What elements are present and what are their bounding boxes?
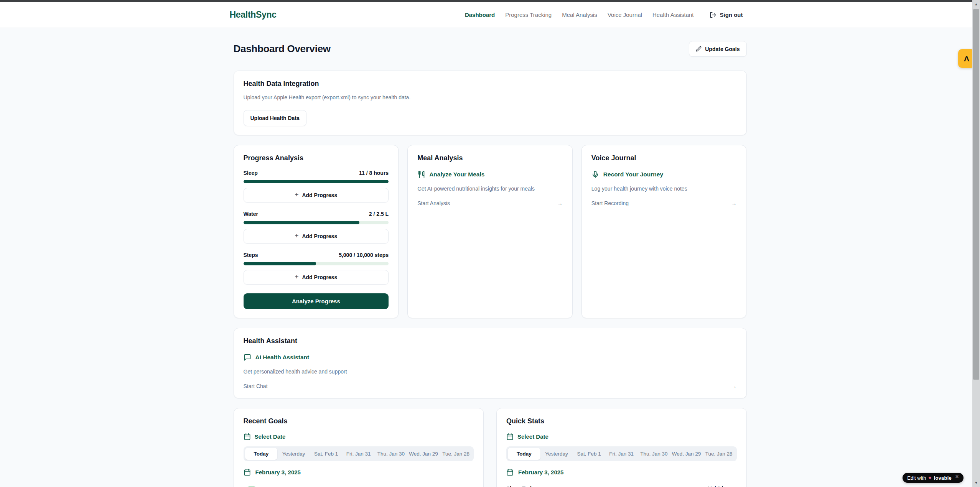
- meal-analysis-title: Meal Analysis: [417, 154, 563, 162]
- nav-item-health-assistant[interactable]: Health Assistant: [652, 12, 694, 18]
- ai-health-assistant-label: AI Health Assistant: [255, 354, 310, 361]
- date-tab-today[interactable]: Today: [508, 448, 540, 460]
- date-tab-wed-jan-29[interactable]: Wed, Jan 29: [407, 448, 440, 460]
- recent-goals-title: Recent Goals: [244, 417, 474, 425]
- date-tab-today[interactable]: Today: [245, 448, 278, 460]
- page-title: Dashboard Overview: [234, 43, 331, 55]
- nav-item-voice-journal[interactable]: Voice Journal: [608, 12, 642, 18]
- progress-value-sleep: 11 / 8 hours: [359, 170, 389, 176]
- stat-label-sleep-today: Sleep Today: [506, 485, 537, 487]
- update-goals-button[interactable]: Update Goals: [689, 41, 746, 57]
- quick-stats-current-date[interactable]: February 3, 2025: [506, 469, 737, 476]
- date-tab-tue-jan-28[interactable]: Tue, Jan 28: [440, 448, 472, 460]
- arrow-right-icon: →: [731, 383, 737, 389]
- scroll-down-arrow[interactable]: ▼: [972, 479, 980, 487]
- current-date-label: February 3, 2025: [518, 469, 563, 475]
- progress-bar-water: [244, 221, 389, 224]
- start-chat-action[interactable]: Start Chat →: [244, 383, 737, 389]
- health-assistant-title: Health Assistant: [244, 337, 737, 345]
- start-analysis-label: Start Analysis: [417, 200, 450, 206]
- progress-analysis-card: Progress Analysis Sleep 11 / 8 hours + A…: [234, 145, 399, 318]
- utensils-icon: [417, 171, 425, 178]
- goal-complete-check-icon: ✓: [244, 486, 260, 487]
- date-tab-thu-jan-30[interactable]: Thu, Jan 30: [375, 448, 407, 460]
- select-date-label: Select Date: [517, 433, 548, 440]
- sign-out-button[interactable]: Sign out: [710, 12, 743, 18]
- calendar-icon: [506, 433, 514, 440]
- plus-icon: +: [295, 232, 298, 240]
- nav-item-meal-analysis[interactable]: Meal Analysis: [562, 12, 597, 18]
- health-assistant-card: Health Assistant AI Health Assistant Get…: [234, 328, 747, 398]
- sign-out-label: Sign out: [720, 12, 743, 18]
- ai-health-assistant-link[interactable]: AI Health Assistant: [244, 354, 737, 361]
- heart-icon: ♥: [928, 475, 931, 481]
- progress-value-water: 2 / 2.5 L: [369, 211, 389, 217]
- select-date-label: Select Date: [255, 433, 286, 440]
- start-recording-label: Start Recording: [591, 200, 629, 206]
- quick-stats-card: Quick Stats Select Date Today Yesterday …: [496, 408, 747, 487]
- quick-stats-select-date[interactable]: Select Date: [506, 433, 737, 440]
- date-tab-sat-feb-1[interactable]: Sat, Feb 1: [573, 448, 605, 460]
- scroll-up-arrow[interactable]: ▲: [972, 0, 980, 8]
- add-progress-label: Add Progress: [302, 233, 337, 239]
- pencil-icon: [696, 46, 702, 52]
- date-tab-yesterday[interactable]: Yesterday: [540, 448, 573, 460]
- main-content: Dashboard Overview Update Goals Health D…: [234, 41, 747, 487]
- recent-goals-card: Recent Goals Select Date Today Yesterday…: [234, 408, 484, 487]
- vertical-scrollbar[interactable]: ▲ ▼: [972, 0, 980, 487]
- add-progress-steps-button[interactable]: + Add Progress: [244, 270, 389, 285]
- progress-label-water: Water: [244, 211, 258, 217]
- record-your-journey-label: Record Your Journey: [603, 171, 663, 178]
- start-analysis-action[interactable]: Start Analysis →: [417, 200, 563, 206]
- nav-item-progress-tracking[interactable]: Progress Tracking: [505, 12, 552, 18]
- recent-goals-current-date[interactable]: February 3, 2025: [244, 469, 474, 476]
- recent-goals-select-date[interactable]: Select Date: [244, 433, 474, 440]
- meal-analysis-card: Meal Analysis Analyze Your Meals Get AI-…: [407, 145, 573, 318]
- start-recording-action[interactable]: Start Recording →: [591, 200, 737, 206]
- progress-bar-steps: [244, 262, 389, 265]
- add-progress-sleep-button[interactable]: + Add Progress: [244, 188, 389, 202]
- integration-description: Upload your Apple Health export (export.…: [244, 94, 737, 101]
- date-tab-tue-jan-28[interactable]: Tue, Jan 28: [703, 448, 735, 460]
- upload-health-data-button[interactable]: Upload Health Data: [244, 110, 306, 126]
- progress-bar-sleep: [244, 180, 389, 183]
- calendar-icon: [244, 433, 251, 440]
- microphone-icon: [591, 171, 599, 178]
- date-tab-thu-jan-30[interactable]: Thu, Jan 30: [638, 448, 670, 460]
- calendar-icon: [506, 469, 514, 476]
- app-logo[interactable]: HealthSync: [230, 10, 277, 20]
- analyze-progress-button[interactable]: Analyze Progress: [244, 293, 389, 309]
- date-tab-wed-jan-29[interactable]: Wed, Jan 29: [670, 448, 703, 460]
- current-date-label: February 3, 2025: [255, 469, 301, 475]
- assistant-description: Get personalized health advice and suppo…: [244, 368, 737, 375]
- update-goals-label: Update Goals: [705, 46, 740, 52]
- recent-goals-date-tabs: Today Yesterday Sat, Feb 1 Fri, Jan 31 T…: [244, 446, 474, 461]
- close-icon[interactable]: ✕: [955, 474, 959, 479]
- analyze-your-meals-label: Analyze Your Meals: [429, 171, 484, 178]
- edit-with-lovable-badge[interactable]: Edit with ♥ lovable ✕: [903, 473, 964, 483]
- integration-title: Health Data Integration: [244, 80, 737, 88]
- date-tab-fri-jan-31[interactable]: Fri, Jan 31: [605, 448, 638, 460]
- plus-icon: +: [295, 191, 298, 199]
- analyze-your-meals-link[interactable]: Analyze Your Meals: [417, 171, 563, 178]
- record-your-journey-link[interactable]: Record Your Journey: [591, 171, 737, 178]
- voice-journal-title: Voice Journal: [591, 154, 737, 162]
- date-tab-sat-feb-1[interactable]: Sat, Feb 1: [310, 448, 343, 460]
- add-progress-label: Add Progress: [302, 274, 337, 280]
- arrow-right-icon: →: [731, 200, 736, 206]
- lovable-prefix: Edit with: [907, 475, 926, 481]
- top-navigation: HealthSync Dashboard Progress Tracking M…: [0, 2, 972, 28]
- calendar-icon: [244, 469, 251, 476]
- date-tab-fri-jan-31[interactable]: Fri, Jan 31: [342, 448, 375, 460]
- arrow-right-icon: →: [557, 200, 563, 206]
- logout-icon: [710, 12, 716, 18]
- progress-label-steps: Steps: [244, 252, 258, 258]
- progress-label-sleep: Sleep: [244, 170, 258, 176]
- voice-journal-card: Voice Journal Record Your Journey Log yo…: [581, 145, 747, 318]
- scrollbar-thumb[interactable]: [973, 9, 979, 380]
- nav-item-dashboard[interactable]: Dashboard: [465, 12, 495, 18]
- quick-stats-title: Quick Stats: [506, 417, 737, 425]
- date-tab-yesterday[interactable]: Yesterday: [277, 448, 310, 460]
- add-progress-water-button[interactable]: + Add Progress: [244, 229, 389, 243]
- quick-stats-date-tabs: Today Yesterday Sat, Feb 1 Fri, Jan 31 T…: [506, 446, 737, 461]
